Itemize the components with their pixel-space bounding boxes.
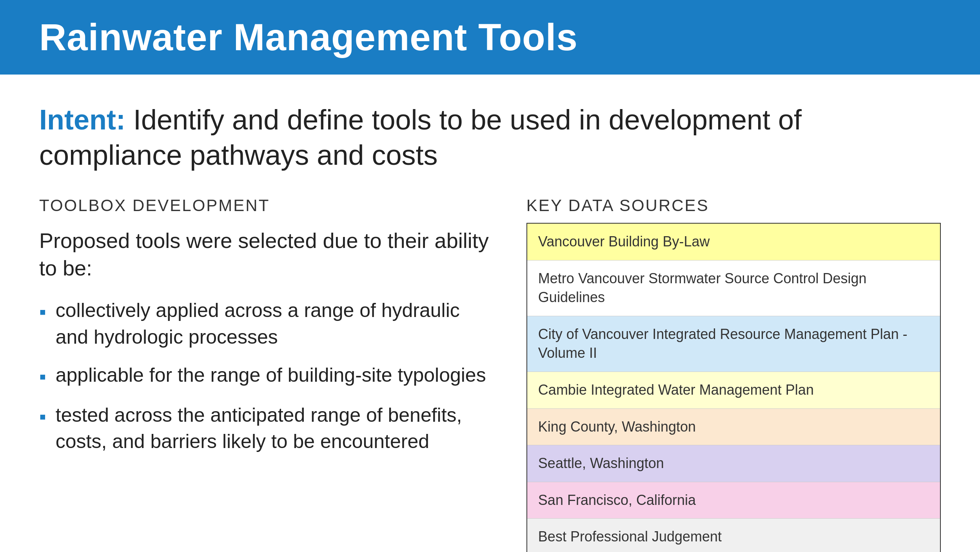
toolbox-heading: TOOLBOX DEVELOPMENT — [39, 196, 495, 215]
data-row: Best Professional Judgement — [527, 519, 940, 552]
header-bar: Rainwater Management Tools — [0, 0, 980, 75]
data-row: Metro Vancouver Stormwater Source Contro… — [527, 261, 940, 316]
data-source-4: Cambie Integrated Water Management Plan — [538, 382, 814, 398]
data-source-2: Metro Vancouver Stormwater Source Contro… — [538, 270, 867, 306]
intent-paragraph: Intent: Identify and define tools to be … — [39, 102, 941, 173]
list-item: ▪ applicable for the range of building-s… — [39, 362, 495, 390]
data-source-3: City of Vancouver Integrated Resource Ma… — [538, 326, 907, 361]
right-column: KEY DATA SOURCES Vancouver Building By-L… — [526, 196, 941, 552]
data-source-5: King County, Washington — [538, 419, 696, 435]
intent-label: Intent: — [39, 104, 125, 135]
data-row: Seattle, Washington — [527, 445, 940, 482]
list-item: ▪ tested across the anticipated range of… — [39, 402, 495, 455]
bullet-marker-2: ▪ — [39, 364, 46, 390]
data-row: Vancouver Building By-Law — [527, 224, 940, 261]
page-title: Rainwater Management Tools — [39, 16, 578, 59]
bullet-marker-1: ▪ — [39, 299, 46, 326]
data-row: City of Vancouver Integrated Resource Ma… — [527, 316, 940, 372]
content-area: Intent: Identify and define tools to be … — [0, 75, 980, 552]
two-column-layout: TOOLBOX DEVELOPMENT Proposed tools were … — [39, 196, 941, 552]
list-item: ▪ collectively applied across a range of… — [39, 297, 495, 350]
bullet-text-2: applicable for the range of building-sit… — [56, 362, 486, 389]
intent-section: Intent: Identify and define tools to be … — [39, 102, 941, 173]
proposed-text: Proposed tools were selected due to thei… — [39, 227, 495, 282]
bullet-list: ▪ collectively applied across a range of… — [39, 297, 495, 455]
data-source-1: Vancouver Building By-Law — [538, 233, 710, 250]
slide-container: Rainwater Management Tools Intent: Ident… — [0, 0, 980, 552]
key-data-heading: KEY DATA SOURCES — [526, 196, 941, 215]
bullet-text-1: collectively applied across a range of h… — [56, 297, 495, 350]
data-source-8: Best Professional Judgement — [538, 528, 722, 545]
data-row: King County, Washington — [527, 409, 940, 446]
data-source-7: San Francisco, California — [538, 492, 696, 508]
data-row: San Francisco, California — [527, 482, 940, 519]
data-sources-table: Vancouver Building By-Law Metro Vancouve… — [526, 223, 941, 552]
data-row: Cambie Integrated Water Management Plan — [527, 372, 940, 409]
bullet-text-3: tested across the anticipated range of b… — [56, 402, 495, 455]
left-column: TOOLBOX DEVELOPMENT Proposed tools were … — [39, 196, 495, 552]
data-source-6: Seattle, Washington — [538, 455, 664, 471]
intent-body-text: Identify and define tools to be used in … — [39, 104, 802, 171]
bullet-marker-3: ▪ — [39, 404, 46, 430]
